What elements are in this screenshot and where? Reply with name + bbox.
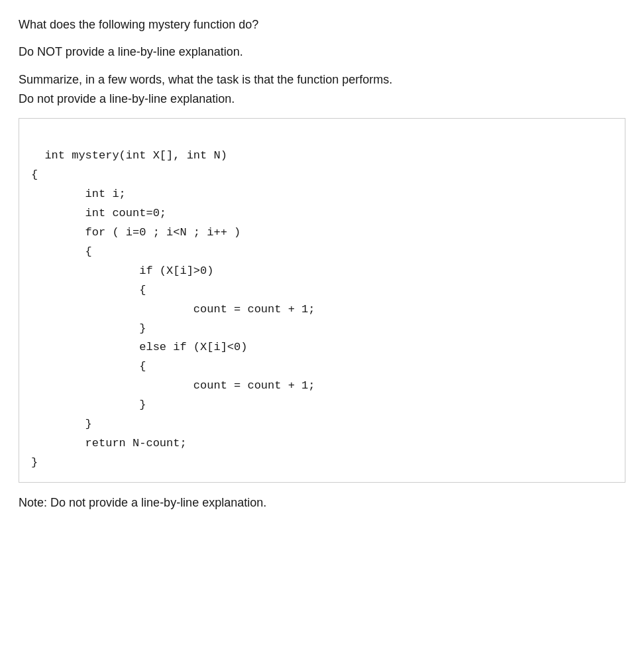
code-text: int mystery(int X[], int N) { int i; int…: [31, 149, 315, 468]
question-3: Summarize, in a few words, what the task…: [19, 70, 625, 109]
question-1-text: What does the following mystery function…: [19, 18, 258, 31]
question-3-line1-text: Summarize, in a few words, what the task…: [19, 73, 392, 86]
question-1: What does the following mystery function…: [19, 16, 625, 34]
question-2-text: Do NOT provide a line-by-line explanatio…: [19, 45, 243, 58]
question-2: Do NOT provide a line-by-line explanatio…: [19, 43, 625, 61]
code-block: int mystery(int X[], int N) { int i; int…: [19, 118, 625, 483]
note-text: Note: Do not provide a line-by-line expl…: [19, 496, 266, 509]
question-3-line2-text: Do not provide a line-by-line explanatio…: [19, 92, 235, 105]
note: Note: Do not provide a line-by-line expl…: [19, 496, 625, 510]
